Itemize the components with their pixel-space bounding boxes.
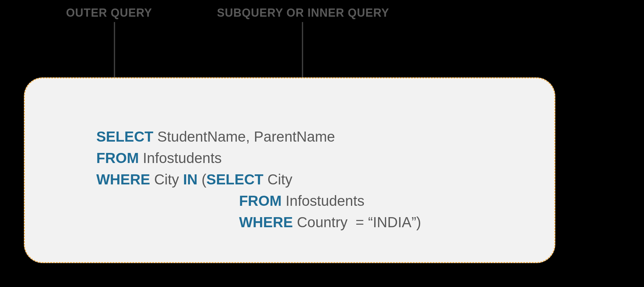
code-text: Country = “INDIA”): [293, 214, 421, 230]
outer-query-label: OUTER QUERY: [66, 6, 152, 20]
kw-in: IN: [183, 171, 197, 188]
kw-where-inner: WHERE: [239, 214, 293, 230]
sql-code-box: SELECT StudentName, ParentName FROM Info…: [24, 77, 555, 263]
kw-where: WHERE: [96, 171, 150, 188]
code-text: City: [150, 171, 183, 188]
code-line-5: WHERE Country = “INDIA”): [223, 197, 421, 248]
code-text: (: [197, 171, 206, 188]
inner-query-label: SUBQUERY OR INNER QUERY: [217, 6, 389, 20]
